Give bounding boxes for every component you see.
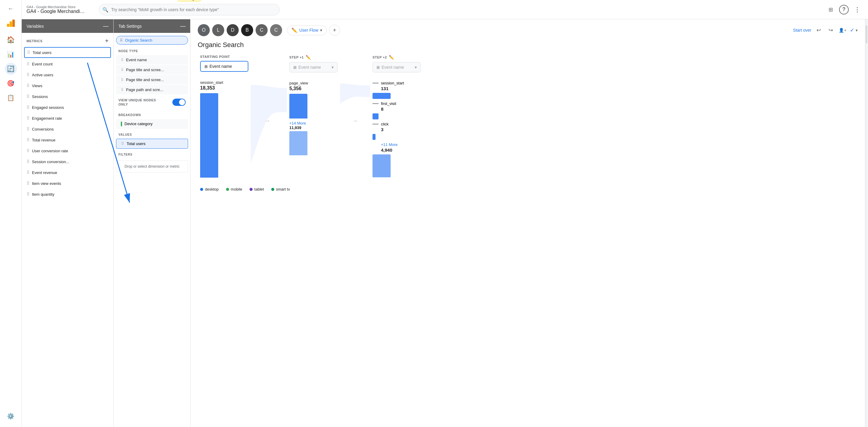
add-tab-button[interactable]: + <box>329 25 340 36</box>
metric-item-event-count[interactable]: ⠿ Event count <box>22 59 113 69</box>
drag-handle-icon: ⠿ <box>27 192 30 196</box>
organic-search-chip[interactable]: ⠿ Organic Search <box>116 36 188 44</box>
avatar-o[interactable]: O <box>198 24 210 36</box>
desktop-dot <box>200 188 203 191</box>
help-button[interactable]: ? <box>839 5 849 14</box>
more-bar <box>373 154 391 177</box>
add-user-button[interactable]: 👤+ <box>838 25 847 35</box>
metric-name: Item view events <box>32 181 108 186</box>
avatar-row: O L D B C C ✏️ User Flow ▾ + Start over … <box>198 24 858 36</box>
step2-label: STEP +2 <box>373 56 387 59</box>
starting-point-event-label: Event name <box>210 64 232 69</box>
avatar-l[interactable]: L <box>212 24 224 36</box>
step1-event-label: Event name <box>299 65 321 70</box>
filter-drop-zone[interactable]: Drop or select dimension or metric <box>116 160 188 173</box>
apps-button[interactable]: ⊞ <box>825 4 837 16</box>
node-session-start-label: session_start <box>200 80 248 85</box>
metric-item-active-users[interactable]: ⠿ Active users <box>22 69 113 80</box>
explore-type-selector[interactable]: ✏️ User Flow ▾ <box>287 25 327 35</box>
more-14-link[interactable]: +14 More <box>289 121 338 125</box>
avatar-d[interactable]: D <box>227 24 239 36</box>
node-type-event-name[interactable]: ⠿ Event name <box>116 55 188 64</box>
starting-point-bar-area: session_start 18,353 <box>198 80 251 178</box>
top-bar-actions: ⊞ ? ⋮ <box>825 4 863 16</box>
search-input[interactable] <box>99 4 280 16</box>
nav-admin[interactable]: ⚙️ <box>5 410 17 422</box>
drag-icon: ⠿ <box>121 58 124 62</box>
step2-selector: ▦ Event name ▾ <box>370 62 423 81</box>
starting-point-event-select[interactable]: ▦ Event name <box>200 61 248 72</box>
nav-home[interactable]: 🏠 <box>5 34 17 46</box>
more-11-link[interactable]: +11 More <box>381 142 398 147</box>
more-14-bar <box>289 131 307 155</box>
metric-item-user-conversion-rate[interactable]: ⠿ User conversion rate <box>22 145 113 156</box>
metric-item-sessions[interactable]: ⠿ Sessions <box>22 91 113 102</box>
drag-handle-icon: ⠿ <box>27 94 30 99</box>
node-type-page-title-1[interactable]: ⠿ Page title and scree... <box>116 65 188 74</box>
step2-first-visit: first_visit 8 <box>373 101 421 119</box>
nav-explore[interactable]: 🔄 <box>5 63 17 75</box>
view-unique-toggle[interactable] <box>173 99 186 106</box>
more-14-area: +14 More 11,939 <box>289 121 338 155</box>
avatar-b[interactable]: B <box>241 24 253 36</box>
breakdown-device-category[interactable]: Device category <box>116 119 188 129</box>
explore-label: User Flow <box>299 28 318 33</box>
nav-targeting[interactable]: 🎯 <box>5 77 17 89</box>
step2-event-select[interactable]: ▦ Event name ▾ <box>373 62 421 72</box>
metric-name: Sessions <box>32 94 108 99</box>
metric-item-engagement-rate[interactable]: ⠿ Engagement rate <box>22 113 113 124</box>
page-view-bar <box>289 94 307 119</box>
tab-settings-close[interactable]: — <box>180 23 186 29</box>
chip-drag-icon: ⠿ <box>120 38 123 42</box>
step1-edit-icon[interactable]: ✏️ <box>306 55 311 60</box>
scroll-thumb[interactable] <box>866 25 867 43</box>
drag-handle-icon: ⠿ <box>27 72 30 77</box>
legend-smart-tv: smart tv <box>271 187 290 191</box>
metric-item-total-users[interactable]: ⠿ Total users <box>24 47 111 58</box>
nav-content[interactable]: 📋 <box>5 92 17 104</box>
undo-button[interactable]: ↩ <box>814 25 824 35</box>
legend-mobile: mobile <box>226 187 242 191</box>
variables-close[interactable]: — <box>103 23 108 29</box>
metric-item-engaged-sessions[interactable]: ⠿ Engaged sessions <box>22 102 113 113</box>
avatar-c2[interactable]: C <box>270 24 282 36</box>
step1-event-select[interactable]: ▦ Event name ▾ <box>289 62 338 72</box>
filter-placeholder: Drop or select dimension or metric <box>124 164 180 169</box>
nav-reports[interactable]: 📊 <box>5 48 17 60</box>
drag-handle-icon: ⠿ <box>27 148 30 153</box>
metric-item-session-conversion[interactable]: ⠿ Session conversion... <box>22 156 113 167</box>
arrow-area: → <box>251 79 287 163</box>
scrollbar[interactable] <box>865 19 868 427</box>
more-options-button[interactable]: ⋮ <box>851 4 863 16</box>
color-indicator <box>121 122 122 126</box>
viz-title: Organic Search <box>198 41 858 49</box>
metric-item-views[interactable]: ⠿ Views <box>22 80 113 91</box>
redo-button[interactable]: ↪ <box>826 25 835 35</box>
start-over-button[interactable]: Start over <box>793 28 811 33</box>
values-label: VALUES <box>114 129 190 138</box>
metrics-label: METRICS <box>27 39 42 43</box>
metric-item-item-view-events[interactable]: ⠿ Item view events <box>22 178 113 189</box>
back-button[interactable]: ← <box>5 2 17 14</box>
metric-name: Total users <box>33 50 108 55</box>
variables-panel-header: Variables — <box>22 19 113 33</box>
metric-item-item-quantity[interactable]: ⠿ Item quantity <box>22 189 113 200</box>
view-unique-label: VIEW UNIQUE NODESONLY <box>119 98 156 107</box>
metric-item-total-revenue[interactable]: ⠿ Total revenue <box>22 134 113 145</box>
values-total-users[interactable]: ⠿ Total users <box>116 139 188 149</box>
metric-item-conversions[interactable]: ⠿ Conversions <box>22 124 113 134</box>
save-status[interactable]: ✓ ▾ <box>850 27 858 33</box>
starting-point-col: STARTING POINT ▦ Event name session_star… <box>198 55 251 178</box>
tablet-dot <box>250 188 253 191</box>
node-type-page-title-2[interactable]: ⠿ Page title and scree... <box>116 75 188 85</box>
step2-edit-icon[interactable]: ✏️ <box>389 55 394 60</box>
node-session-start-value: 18,353 <box>200 85 248 91</box>
variables-title: Variables <box>27 24 44 29</box>
avatar-c1[interactable]: C <box>255 24 268 36</box>
node-type-page-path[interactable]: ⠿ Page path and scre... <box>116 85 188 94</box>
flow-svg-1: → <box>251 79 287 163</box>
legend-row: desktop mobile tablet smart tv <box>198 187 858 191</box>
add-metric-button[interactable]: + <box>105 38 108 44</box>
drag-handle-icon: ⠿ <box>27 116 30 121</box>
metric-item-event-revenue[interactable]: ⠿ Event revenue <box>22 167 113 178</box>
